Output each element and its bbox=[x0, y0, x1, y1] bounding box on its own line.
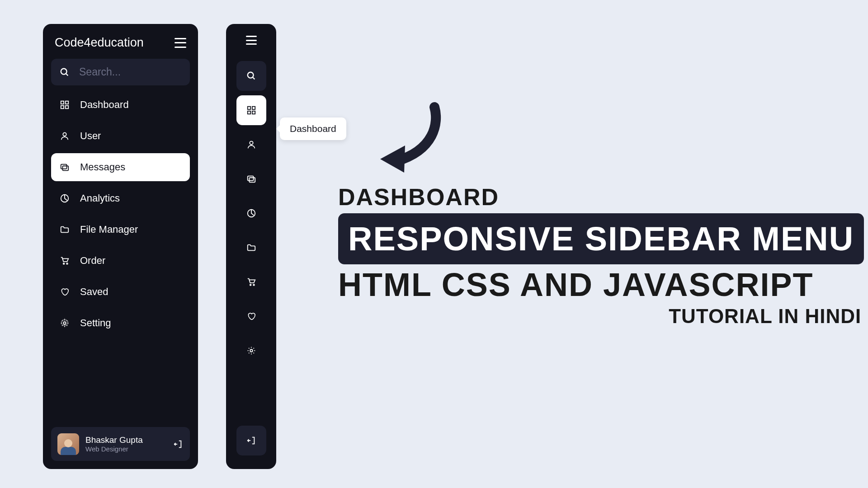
svg-point-6 bbox=[63, 133, 66, 136]
svg-point-19 bbox=[250, 141, 253, 145]
nav-label: Analytics bbox=[80, 192, 120, 204]
arrow-icon bbox=[360, 96, 450, 186]
svg-point-24 bbox=[253, 284, 255, 286]
messages-icon bbox=[59, 162, 70, 173]
collapsed-user[interactable] bbox=[236, 130, 266, 160]
nav-label: Dashboard bbox=[80, 99, 129, 111]
logout-icon[interactable] bbox=[173, 439, 184, 450]
svg-point-10 bbox=[63, 263, 65, 264]
profile-text: Bhaskar Gupta Web Designer bbox=[85, 435, 166, 453]
collapsed-saved[interactable] bbox=[236, 301, 266, 331]
profile-role: Web Designer bbox=[85, 445, 166, 453]
svg-rect-16 bbox=[252, 107, 255, 109]
svg-rect-7 bbox=[61, 164, 67, 169]
svg-rect-18 bbox=[252, 111, 255, 114]
grid-icon bbox=[59, 99, 70, 110]
svg-rect-21 bbox=[249, 178, 255, 182]
collapsed-dashboard[interactable] bbox=[236, 95, 266, 125]
collapsed-filemanager[interactable] bbox=[236, 233, 266, 263]
svg-point-25 bbox=[250, 349, 253, 352]
gear-icon bbox=[59, 318, 70, 328]
sidebar-item-analytics[interactable]: Analytics bbox=[51, 184, 190, 212]
hero-block: DASHBOARD RESPONSIVE SIDEBAR MENU HTML C… bbox=[338, 99, 864, 328]
hero-line2: RESPONSIVE SIDEBAR MENU bbox=[338, 213, 864, 264]
collapsed-logout[interactable] bbox=[236, 426, 266, 455]
folder-icon bbox=[59, 224, 70, 235]
sidebar-item-dashboard[interactable]: Dashboard bbox=[51, 91, 190, 119]
heart-icon bbox=[59, 286, 70, 297]
nav-label: Setting bbox=[80, 317, 111, 329]
collapsed-search[interactable] bbox=[236, 61, 266, 91]
svg-rect-15 bbox=[247, 107, 250, 109]
nav-label: Messages bbox=[80, 161, 125, 173]
search-box[interactable] bbox=[51, 59, 190, 85]
hamburger-icon[interactable] bbox=[175, 38, 186, 48]
sidebar-collapsed bbox=[226, 24, 276, 469]
svg-point-0 bbox=[61, 68, 67, 74]
hero-line1: DASHBOARD bbox=[338, 183, 864, 211]
hamburger-icon[interactable] bbox=[246, 36, 257, 45]
sidebar-item-messages[interactable]: Messages bbox=[51, 153, 190, 181]
svg-rect-8 bbox=[62, 166, 68, 170]
svg-point-11 bbox=[66, 263, 68, 264]
nav-label: File Manager bbox=[80, 224, 138, 235]
collapsed-analytics[interactable] bbox=[236, 198, 266, 228]
svg-rect-20 bbox=[247, 176, 253, 181]
svg-point-12 bbox=[63, 322, 66, 324]
sidebar-expanded: Code4education Dashboard User Messa bbox=[43, 24, 198, 469]
svg-rect-3 bbox=[66, 101, 68, 104]
svg-rect-2 bbox=[61, 101, 64, 104]
svg-point-23 bbox=[250, 284, 251, 286]
sidebar-item-user[interactable]: User bbox=[51, 122, 190, 150]
svg-line-1 bbox=[66, 73, 68, 75]
nav-label: User bbox=[80, 130, 101, 142]
collapsed-order[interactable] bbox=[236, 267, 266, 297]
sidebar-header: Code4education bbox=[51, 36, 190, 59]
hero-line4: TUTORIAL IN HINDI bbox=[338, 305, 864, 328]
sidebar-item-setting[interactable]: Setting bbox=[51, 309, 190, 337]
hero-line3: HTML CSS AND JAVASCRIPT bbox=[338, 266, 864, 303]
search-icon bbox=[59, 67, 70, 78]
svg-rect-17 bbox=[247, 111, 250, 114]
cart-icon bbox=[59, 255, 70, 266]
nav-list: Dashboard User Messages Analytics File M… bbox=[51, 91, 190, 427]
analytics-icon bbox=[59, 193, 70, 204]
user-icon bbox=[59, 131, 70, 141]
collapsed-messages[interactable] bbox=[236, 164, 266, 194]
profile-bar[interactable]: Bhaskar Gupta Web Designer bbox=[51, 427, 190, 461]
svg-point-13 bbox=[247, 72, 253, 78]
svg-rect-4 bbox=[61, 106, 64, 108]
profile-name: Bhaskar Gupta bbox=[85, 435, 166, 445]
nav-label: Order bbox=[80, 255, 105, 267]
nav-label: Saved bbox=[80, 286, 108, 298]
search-input[interactable] bbox=[79, 66, 182, 78]
avatar bbox=[57, 433, 79, 455]
tooltip-dashboard: Dashboard bbox=[280, 117, 346, 140]
svg-line-14 bbox=[252, 77, 255, 80]
sidebar-item-saved[interactable]: Saved bbox=[51, 278, 190, 306]
collapsed-setting[interactable] bbox=[236, 336, 266, 366]
svg-rect-5 bbox=[66, 106, 68, 108]
brand-title: Code4education bbox=[55, 36, 144, 50]
sidebar-item-filemanager[interactable]: File Manager bbox=[51, 216, 190, 244]
sidebar-item-order[interactable]: Order bbox=[51, 247, 190, 275]
